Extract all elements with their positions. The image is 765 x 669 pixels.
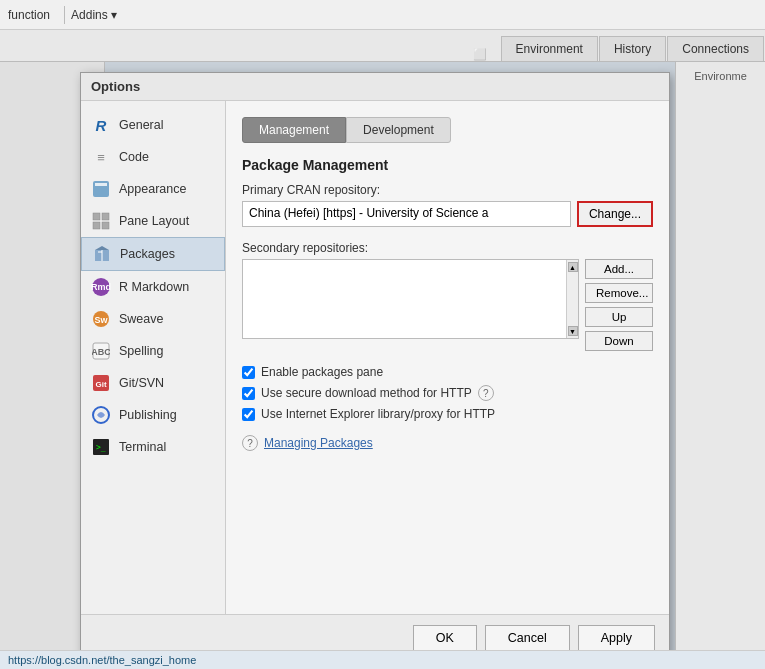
checkbox-enable-packages: Enable packages pane — [242, 365, 653, 379]
link-help-icon[interactable]: ? — [242, 435, 258, 451]
secondary-label: Secondary repositories: — [242, 241, 653, 255]
tab-history[interactable]: History — [599, 36, 666, 61]
cran-label: Primary CRAN repository: — [242, 183, 653, 197]
sidebar-item-sweave[interactable]: Sw Sweave — [81, 303, 225, 335]
up-button[interactable]: Up — [585, 307, 653, 327]
sidebar-item-general[interactable]: R General — [81, 109, 225, 141]
packages-icon — [92, 244, 112, 264]
sidebar-item-terminal[interactable]: >_ Terminal — [81, 431, 225, 463]
svg-rect-5 — [102, 222, 109, 229]
main-area: Options R General ≡ Code — [0, 62, 765, 669]
managing-packages-link[interactable]: Managing Packages — [264, 436, 373, 450]
secondary-buttons: Add... Remove... Up Down — [585, 259, 653, 351]
add-button[interactable]: Add... — [585, 259, 653, 279]
tab-connections[interactable]: Connections — [667, 36, 764, 61]
sidebar-item-code[interactable]: ≡ Code — [81, 141, 225, 173]
addins-button[interactable]: Addins ▾ — [71, 8, 117, 22]
sidebar-item-appearance[interactable]: Appearance — [81, 173, 225, 205]
appearance-icon — [91, 179, 111, 199]
terminal-icon: >_ — [91, 437, 111, 457]
sidebar-item-pane-layout[interactable]: Pane Layout — [81, 205, 225, 237]
inner-tabs: Management Development — [242, 117, 653, 143]
sidebar-item-packages[interactable]: Packages — [81, 237, 225, 271]
right-panel: Environme — [675, 62, 765, 669]
svg-text:Sw: Sw — [94, 315, 108, 325]
spelling-icon: ABC — [91, 341, 111, 361]
change-button[interactable]: Change... — [577, 201, 653, 227]
general-icon: R — [91, 115, 111, 135]
svg-text:ABC: ABC — [92, 347, 110, 357]
options-title: Options — [81, 73, 669, 101]
rmd-icon: Rmd — [91, 277, 111, 297]
code-icon: ≡ — [91, 147, 111, 167]
scroll-up[interactable]: ▲ — [568, 262, 578, 272]
enable-packages-checkbox[interactable] — [242, 366, 255, 379]
environment-label: Environme — [694, 70, 747, 82]
options-content: Management Development Package Managemen… — [226, 101, 669, 614]
secure-download-checkbox[interactable] — [242, 387, 255, 400]
function-label: function — [8, 8, 50, 22]
toolbar: function Addins ▾ — [0, 0, 765, 30]
tab-bar: ⬜ Environment History Connections — [0, 30, 765, 62]
options-sidebar: R General ≡ Code Appearanc — [81, 101, 226, 614]
down-button[interactable]: Down — [585, 331, 653, 351]
svg-rect-1 — [95, 183, 107, 186]
tab-management[interactable]: Management — [242, 117, 346, 143]
secondary-list: ▲ ▼ — [242, 259, 579, 339]
svg-rect-2 — [93, 213, 100, 220]
ie-library-checkbox[interactable] — [242, 408, 255, 421]
tab-environment[interactable]: Environment — [501, 36, 598, 61]
tab-development[interactable]: Development — [346, 117, 451, 143]
svg-marker-7 — [95, 246, 109, 250]
secure-download-help-icon[interactable]: ? — [478, 385, 494, 401]
addins-label: Addins ▾ — [71, 8, 117, 22]
svg-rect-4 — [93, 222, 100, 229]
link-row: ? Managing Packages — [242, 435, 653, 451]
remove-button[interactable]: Remove... — [585, 283, 653, 303]
scroll-down[interactable]: ▼ — [568, 326, 578, 336]
pane-layout-icon — [91, 211, 111, 231]
svg-text:>_: >_ — [96, 443, 106, 452]
cran-row: China (Hefei) [https] - University of Sc… — [242, 201, 653, 227]
options-dialog: Options R General ≡ Code — [80, 72, 670, 662]
toolbar-divider — [64, 6, 65, 24]
checkbox-group: Enable packages pane Use secure download… — [242, 365, 653, 421]
bottom-url-bar: https://blog.csdn.net/the_sangzi_home — [0, 650, 765, 669]
svg-text:Git: Git — [95, 380, 106, 389]
publishing-icon — [91, 405, 111, 425]
ok-button[interactable]: OK — [413, 625, 477, 651]
sweave-icon: Sw — [91, 309, 111, 329]
sidebar-item-r-markdown[interactable]: Rmd R Markdown — [81, 271, 225, 303]
tab-icon-area: ⬜ — [465, 48, 501, 61]
secondary-area: ▲ ▼ Add... Remove... Up Down — [242, 259, 653, 351]
apply-button[interactable]: Apply — [578, 625, 655, 651]
scrollbar[interactable]: ▲ ▼ — [566, 260, 578, 338]
checkbox-secure-download: Use secure download method for HTTP ? — [242, 385, 653, 401]
git-icon: Git — [91, 373, 111, 393]
sidebar-item-git-svn[interactable]: Git Git/SVN — [81, 367, 225, 399]
options-body: R General ≡ Code Appearanc — [81, 101, 669, 614]
checkbox-ie-library: Use Internet Explorer library/proxy for … — [242, 407, 653, 421]
sidebar-item-publishing[interactable]: Publishing — [81, 399, 225, 431]
sidebar-item-spelling[interactable]: ABC Spelling — [81, 335, 225, 367]
cancel-button[interactable]: Cancel — [485, 625, 570, 651]
svg-rect-3 — [102, 213, 109, 220]
section-title: Package Management — [242, 157, 653, 173]
cran-input[interactable]: China (Hefei) [https] - University of Sc… — [242, 201, 571, 227]
